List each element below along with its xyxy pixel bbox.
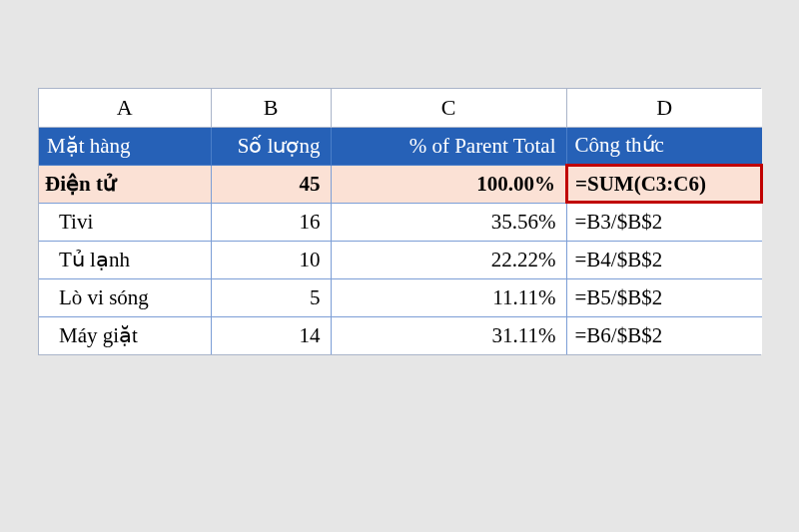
cell-D4[interactable]: =B4/$B$2 (566, 241, 762, 278)
cell-D2-active[interactable]: =SUM(C3:C6) (566, 165, 762, 203)
col-header-B[interactable]: B (211, 89, 331, 127)
header-so-luong[interactable]: Số lượng (211, 127, 331, 165)
cell-B4[interactable]: 10 (211, 241, 331, 278)
table-row: Máy giặt 14 31.11% =B6/$B$2 (39, 316, 762, 354)
col-header-A[interactable]: A (39, 89, 211, 127)
cell-D3[interactable]: =B3/$B$2 (566, 203, 762, 241)
header-cong-thuc[interactable]: Công thức (566, 127, 762, 165)
table-row: Lò vi sóng 5 11.11% =B5/$B$2 (39, 278, 762, 316)
header-row: Mặt hàng Số lượng % of Parent Total Công… (39, 127, 762, 165)
header-percent[interactable]: % of Parent Total (331, 127, 566, 165)
cell-A6[interactable]: Máy giặt (39, 316, 211, 354)
header-mat-hang[interactable]: Mặt hàng (39, 127, 211, 165)
cell-C6[interactable]: 31.11% (331, 316, 566, 354)
cell-B5[interactable]: 5 (211, 278, 331, 316)
cell-D5[interactable]: =B5/$B$2 (566, 278, 762, 316)
cell-B3[interactable]: 16 (211, 203, 331, 241)
cell-B6[interactable]: 14 (211, 316, 331, 354)
table-row: Tủ lạnh 10 22.22% =B4/$B$2 (39, 241, 762, 278)
cell-A5[interactable]: Lò vi sóng (39, 278, 211, 316)
cell-D6[interactable]: =B6/$B$2 (566, 316, 762, 354)
table-row: Tivi 16 35.56% =B3/$B$2 (39, 203, 762, 241)
cell-A4[interactable]: Tủ lạnh (39, 241, 211, 278)
cell-C5[interactable]: 11.11% (331, 278, 566, 316)
cell-C3[interactable]: 35.56% (331, 203, 566, 241)
col-header-D[interactable]: D (566, 89, 762, 127)
spreadsheet-table: A B C D Mặt hàng Số lượng % of Parent To… (39, 89, 763, 354)
cell-A3[interactable]: Tivi (39, 203, 211, 241)
cell-C2[interactable]: 100.00% (331, 165, 566, 203)
cell-A2[interactable]: Điện tử (39, 165, 211, 203)
cell-C4[interactable]: 22.22% (331, 241, 566, 278)
parent-row: Điện tử 45 100.00% =SUM(C3:C6) (39, 165, 762, 203)
spreadsheet-region: A B C D Mặt hàng Số lượng % of Parent To… (38, 88, 761, 355)
cell-B2[interactable]: 45 (211, 165, 331, 203)
col-header-C[interactable]: C (331, 89, 566, 127)
column-letter-row: A B C D (39, 89, 762, 127)
